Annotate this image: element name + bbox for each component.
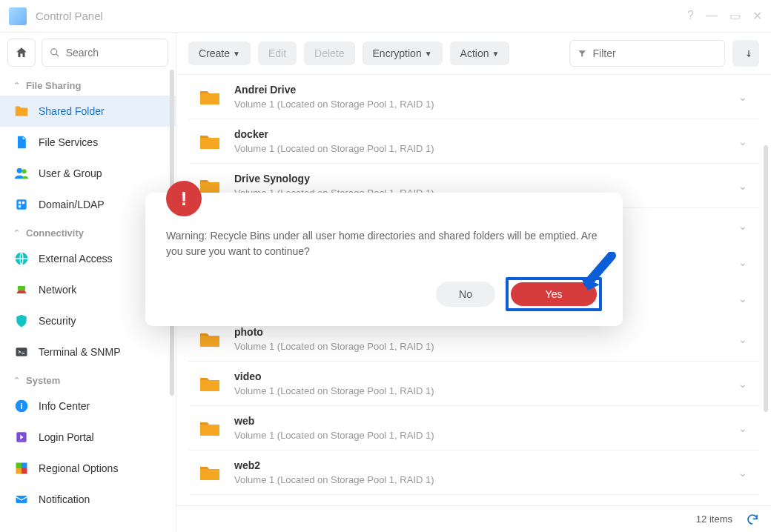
svg-rect-15 bbox=[21, 463, 27, 469]
filter-icon bbox=[578, 48, 586, 59]
folder-row[interactable]: web2 Volume 1 (Located on Storage Pool 1… bbox=[188, 450, 759, 495]
filter-input[interactable] bbox=[592, 47, 717, 59]
close-icon[interactable]: ✕ bbox=[752, 9, 762, 23]
folder-info: web2 Volume 1 (Located on Storage Pool 1… bbox=[234, 459, 732, 485]
folder-location: Volume 1 (Located on Storage Pool 1, RAI… bbox=[234, 474, 732, 485]
svg-rect-14 bbox=[16, 463, 22, 469]
svg-rect-17 bbox=[21, 468, 27, 474]
svg-rect-10 bbox=[16, 348, 27, 356]
sidebar-item-notification[interactable]: Notification bbox=[0, 484, 176, 515]
sidebar-item-label: Network bbox=[39, 284, 76, 296]
action-button[interactable]: Action▼ bbox=[450, 41, 510, 65]
titlebar: Control Panel ? — ▭ ✕ bbox=[0, 0, 771, 33]
minimize-icon[interactable]: — bbox=[706, 9, 718, 23]
chevron-up-icon: ⌃ bbox=[13, 81, 20, 90]
folder-name: web bbox=[234, 415, 732, 427]
dialog-actions: No Yes bbox=[166, 277, 602, 311]
delete-button[interactable]: Delete bbox=[304, 41, 354, 65]
yes-highlight: Yes bbox=[506, 277, 602, 311]
svg-rect-16 bbox=[16, 468, 22, 474]
warning-icon: ! bbox=[166, 181, 202, 216]
svg-point-2 bbox=[17, 168, 22, 173]
notification-icon bbox=[13, 491, 30, 508]
network-icon bbox=[13, 282, 30, 298]
chevron-down-icon[interactable]: ⌄ bbox=[732, 378, 753, 390]
chevron-down-icon[interactable]: ⌄ bbox=[732, 256, 753, 268]
search-icon bbox=[50, 47, 60, 59]
folder-info: photo Volume 1 (Located on Storage Pool … bbox=[234, 326, 732, 352]
sidebar-item-shared-folder[interactable]: Shared Folder bbox=[0, 96, 176, 127]
regional-icon bbox=[13, 460, 30, 476]
folder-name: web2 bbox=[234, 459, 732, 471]
svg-line-1 bbox=[56, 54, 59, 56]
section-file-sharing[interactable]: ⌃ File Sharing bbox=[0, 73, 176, 96]
svg-text:i: i bbox=[20, 401, 22, 410]
help-icon[interactable]: ? bbox=[687, 9, 694, 23]
chevron-down-icon[interactable]: ⌄ bbox=[732, 333, 753, 345]
sort-button[interactable] bbox=[732, 40, 759, 67]
folder-info: docker Volume 1 (Located on Storage Pool… bbox=[234, 128, 732, 154]
chevron-down-icon[interactable]: ⌄ bbox=[732, 467, 753, 479]
svg-point-0 bbox=[51, 49, 57, 55]
sidebar-item-file-services[interactable]: File Services bbox=[0, 127, 176, 158]
svg-rect-7 bbox=[19, 205, 21, 207]
sidebar-item-regional-options[interactable]: Regional Options bbox=[0, 453, 176, 484]
refresh-button[interactable] bbox=[746, 513, 759, 526]
maximize-icon[interactable]: ▭ bbox=[729, 9, 741, 23]
refresh-icon bbox=[746, 513, 759, 526]
list-scrollbar[interactable] bbox=[764, 145, 768, 412]
sort-icon bbox=[740, 47, 752, 59]
caret-down-icon: ▼ bbox=[233, 50, 240, 58]
window-controls: ? — ▭ ✕ bbox=[687, 9, 762, 23]
folder-name: docker bbox=[234, 128, 732, 140]
edit-button[interactable]: Edit bbox=[258, 41, 297, 65]
caret-down-icon: ▼ bbox=[492, 50, 500, 58]
sidebar-item-terminal-snmp[interactable]: Terminal & SNMP bbox=[0, 336, 176, 368]
app-icon bbox=[9, 7, 27, 25]
chevron-down-icon[interactable]: ⌄ bbox=[732, 293, 753, 305]
section-label: File Sharing bbox=[26, 80, 81, 91]
chevron-up-icon: ⌃ bbox=[13, 228, 20, 238]
chevron-down-icon[interactable]: ⌄ bbox=[732, 422, 753, 434]
folder-icon bbox=[199, 464, 221, 482]
sidebar-item-label: Info Center bbox=[39, 400, 90, 412]
search-input[interactable] bbox=[66, 47, 160, 59]
chevron-down-icon[interactable]: ⌄ bbox=[732, 136, 753, 147]
folder-row[interactable]: docker Volume 1 (Located on Storage Pool… bbox=[188, 119, 759, 164]
chevron-down-icon[interactable]: ⌄ bbox=[732, 180, 753, 192]
folder-row[interactable]: video Volume 1 (Located on Storage Pool … bbox=[188, 362, 759, 406]
home-button[interactable] bbox=[7, 39, 36, 67]
sidebar-item-user-group[interactable]: User & Group bbox=[0, 158, 176, 189]
sidebar-item-label: Notification bbox=[39, 493, 90, 505]
no-button[interactable]: No bbox=[436, 282, 495, 307]
domain-icon bbox=[13, 196, 30, 213]
window-title: Control Panel bbox=[36, 10, 687, 22]
folder-icon bbox=[199, 419, 221, 437]
chevron-down-icon[interactable]: ⌄ bbox=[732, 91, 753, 103]
sidebar-item-info-center[interactable]: i Info Center bbox=[0, 390, 176, 422]
search-box[interactable] bbox=[42, 39, 168, 67]
sidebar-item-login-portal[interactable]: Login Portal bbox=[0, 422, 176, 453]
folder-info: web Volume 1 (Located on Storage Pool 1,… bbox=[234, 415, 732, 441]
create-button[interactable]: Create▼ bbox=[188, 41, 251, 65]
file-icon bbox=[13, 134, 30, 150]
yes-button[interactable]: Yes bbox=[511, 282, 597, 306]
chevron-down-icon[interactable]: ⌄ bbox=[732, 220, 753, 232]
sidebar-item-label: Regional Options bbox=[39, 462, 118, 474]
folder-icon bbox=[199, 375, 221, 393]
section-system[interactable]: ⌃ System bbox=[0, 368, 176, 390]
folder-row[interactable]: Andrei Drive Volume 1 (Located on Storag… bbox=[188, 75, 759, 119]
encryption-button[interactable]: Encryption▼ bbox=[363, 41, 443, 65]
folder-location: Volume 1 (Located on Storage Pool 1, RAI… bbox=[234, 99, 732, 110]
svg-rect-9 bbox=[18, 286, 25, 290]
confirm-dialog: ! Warning: Recycle Bins under all user h… bbox=[145, 193, 623, 326]
folder-icon bbox=[199, 133, 221, 150]
svg-rect-5 bbox=[19, 202, 21, 204]
filter-box[interactable] bbox=[569, 40, 725, 67]
sidebar-item-label: Shared Folder bbox=[39, 105, 105, 117]
folder-name: photo bbox=[234, 326, 732, 338]
folder-row[interactable]: web Volume 1 (Located on Storage Pool 1,… bbox=[188, 406, 759, 450]
caret-down-icon: ▼ bbox=[425, 50, 432, 58]
folder-location: Volume 1 (Located on Storage Pool 1, RAI… bbox=[234, 385, 732, 396]
folder-location: Volume 1 (Located on Storage Pool 1, RAI… bbox=[234, 143, 732, 154]
